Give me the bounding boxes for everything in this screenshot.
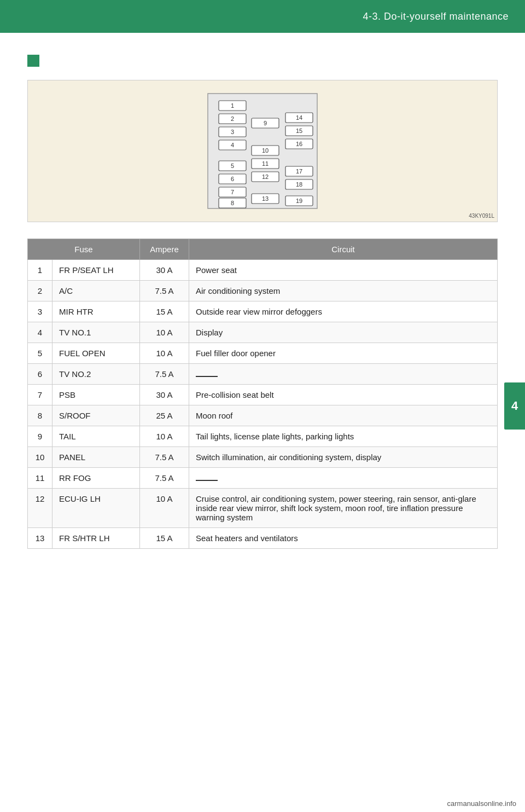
table-row: 2A/C7.5 AAir conditioning system [28, 281, 498, 301]
fuse-ampere: 30 A [140, 260, 189, 281]
fuse-box-svg: 1 2 3 4 5 6 7 [202, 91, 323, 211]
fuse-circuit: Seat heaters and ventilators [189, 528, 498, 549]
fuse-ampere: 10 A [140, 343, 189, 364]
fuse-circuit: Pre-collision seat belt [189, 385, 498, 405]
fuse-number: 4 [28, 322, 52, 343]
fuse-circuit [189, 468, 498, 489]
fuse-number: 7 [28, 385, 52, 405]
table-row: 10PANEL7.5 ASwitch illumination, air con… [28, 447, 498, 468]
fuse-circuit: Cruise control, air conditioning system,… [189, 489, 498, 528]
fuse-number: 10 [28, 447, 52, 468]
section-indicator [27, 55, 39, 67]
fuse-name: FR S/HTR LH [52, 528, 140, 549]
svg-text:17: 17 [296, 168, 302, 175]
svg-text:15: 15 [296, 127, 302, 134]
table-row: 11RR FOG7.5 A [28, 468, 498, 489]
svg-text:10: 10 [262, 147, 269, 154]
fuse-name: TV NO.2 [52, 364, 140, 385]
fuse-circuit: Fuel filler door opener [189, 343, 498, 364]
fuse-name: ECU-IG LH [52, 489, 140, 528]
dash-line [196, 480, 218, 481]
svg-text:13: 13 [262, 195, 269, 202]
fuse-name: FUEL OPEN [52, 343, 140, 364]
table-row: 12ECU-IG LH10 ACruise control, air condi… [28, 489, 498, 528]
svg-text:7: 7 [231, 189, 234, 195]
fuse-name: TV NO.1 [52, 322, 140, 343]
fuse-ampere: 15 A [140, 301, 189, 322]
fuse-table: Fuse Ampere Circuit 1FR P/SEAT LH30 APow… [27, 239, 498, 549]
svg-text:19: 19 [296, 198, 302, 204]
fuse-name: FR P/SEAT LH [52, 260, 140, 281]
table-row: 1FR P/SEAT LH30 APower seat [28, 260, 498, 281]
svg-text:2: 2 [231, 115, 234, 122]
fuse-ampere: 15 A [140, 528, 189, 549]
fuse-number: 13 [28, 528, 52, 549]
table-row: 6TV NO.27.5 A [28, 364, 498, 385]
table-row: 5FUEL OPEN10 AFuel filler door opener [28, 343, 498, 364]
table-row: 3MIR HTR15 AOutside rear view mirror def… [28, 301, 498, 322]
fuse-ampere: 7.5 A [140, 281, 189, 301]
footer-site: carmanualsonline.info [447, 799, 516, 808]
fuse-circuit: Air conditioning system [189, 281, 498, 301]
table-row: 7PSB30 APre-collision seat belt [28, 385, 498, 405]
fuse-circuit: Power seat [189, 260, 498, 281]
chapter-number: 4 [511, 399, 518, 413]
fuse-diagram-area: 1 2 3 4 5 6 7 [27, 80, 498, 222]
fuse-number: 12 [28, 489, 52, 528]
fuse-ampere: 30 A [140, 385, 189, 405]
footer-bar: carmanualsonline.info [439, 795, 525, 812]
table-row: 9TAIL10 ATail lights, license plate ligh… [28, 426, 498, 447]
fuse-circuit: Moon roof [189, 405, 498, 426]
svg-text:1: 1 [231, 102, 234, 109]
svg-text:16: 16 [296, 141, 302, 147]
fuse-number: 8 [28, 405, 52, 426]
svg-text:9: 9 [264, 120, 267, 126]
fuse-circuit: Display [189, 322, 498, 343]
fuse-number: 6 [28, 364, 52, 385]
col-header-ampere: Ampere [140, 239, 189, 260]
fuse-ampere: 10 A [140, 489, 189, 528]
fuse-name: MIR HTR [52, 301, 140, 322]
fuse-circuit: Switch illumination, air conditioning sy… [189, 447, 498, 468]
table-row: 8S/ROOF25 AMoon roof [28, 405, 498, 426]
table-row: 4TV NO.110 ADisplay [28, 322, 498, 343]
fuse-number: 1 [28, 260, 52, 281]
header-bar: 4-3. Do-it-yourself maintenance [0, 0, 525, 33]
fuse-diagram: 1 2 3 4 5 6 7 [202, 91, 323, 211]
svg-text:5: 5 [231, 163, 234, 169]
page-title: 4-3. Do-it-yourself maintenance [363, 11, 509, 22]
fuse-ampere: 7.5 A [140, 447, 189, 468]
fuse-circuit: Outside rear view mirror defoggers [189, 301, 498, 322]
fuse-ampere: 10 A [140, 426, 189, 447]
fuse-name: A/C [52, 281, 140, 301]
svg-text:18: 18 [296, 181, 302, 188]
svg-text:14: 14 [296, 114, 302, 121]
svg-text:11: 11 [262, 160, 269, 167]
col-header-circuit: Circuit [189, 239, 498, 260]
fuse-name: RR FOG [52, 468, 140, 489]
fuse-number: 2 [28, 281, 52, 301]
table-row: 13FR S/HTR LH15 ASeat heaters and ventil… [28, 528, 498, 549]
fuse-name: S/ROOF [52, 405, 140, 426]
svg-text:3: 3 [231, 129, 234, 135]
fuse-circuit [189, 364, 498, 385]
dash-line [196, 376, 218, 377]
fuse-name: TAIL [52, 426, 140, 447]
chapter-tab: 4 [504, 382, 525, 430]
diagram-label: 43KY091L [469, 213, 494, 219]
svg-text:8: 8 [231, 200, 234, 206]
svg-text:12: 12 [262, 173, 269, 180]
fuse-ampere: 25 A [140, 405, 189, 426]
main-content: 1 2 3 4 5 6 7 [0, 33, 525, 571]
fuse-ampere: 10 A [140, 322, 189, 343]
table-header-row: Fuse Ampere Circuit [28, 239, 498, 260]
svg-text:6: 6 [231, 176, 234, 182]
fuse-circuit: Tail lights, license plate lights, parki… [189, 426, 498, 447]
fuse-name: PSB [52, 385, 140, 405]
fuse-ampere: 7.5 A [140, 364, 189, 385]
fuse-number: 3 [28, 301, 52, 322]
fuse-number: 11 [28, 468, 52, 489]
fuse-number: 5 [28, 343, 52, 364]
col-header-fuse: Fuse [28, 239, 140, 260]
fuse-ampere: 7.5 A [140, 468, 189, 489]
